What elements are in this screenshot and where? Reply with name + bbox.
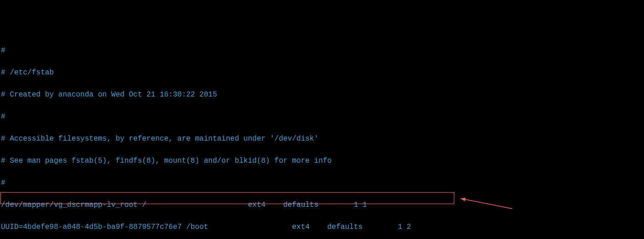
fstab-comment-line: # See man pages fstab(5), findfs(8), mou… bbox=[1, 155, 644, 166]
fstab-entry-boot: UUID=4bdefe98-a048-4d5b-ba9f-8879577c76e… bbox=[1, 222, 644, 233]
fstab-comment-line: # /etc/fstab bbox=[1, 67, 644, 78]
fstab-comment-line: # bbox=[1, 111, 644, 122]
fstab-comment-line: # bbox=[1, 177, 644, 188]
fstab-comment-line: # Accessible filesystems, by reference, … bbox=[1, 133, 644, 144]
fstab-entry-root: /dev/mapper/vg_dscrmapp-lv_root / ext4 d… bbox=[1, 199, 644, 211]
fstab-comment-line: # Created by anaconda on Wed Oct 21 16:3… bbox=[1, 89, 644, 100]
fstab-comment-line: # bbox=[1, 45, 644, 56]
